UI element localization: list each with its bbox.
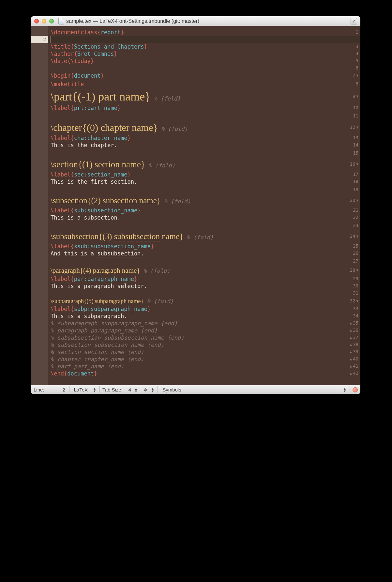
code-line[interactable]: % paragraph paragraph_name (end) (51, 327, 358, 334)
code-line[interactable]: And this is a subsubsection. (51, 250, 358, 257)
brace: } (153, 122, 158, 133)
record-macro-button[interactable] (353, 387, 358, 392)
gear-stepper[interactable]: ▴▾ (150, 387, 155, 392)
symbols-stepper[interactable]: ▴▾ (342, 387, 347, 392)
fold-comment: % (fold) (140, 268, 170, 274)
code-line[interactable]: \subsection{(2) subsection name} % (fold… (51, 194, 358, 207)
code-line[interactable]: \chapter{(0) chapter name} % (fold) (51, 121, 358, 134)
code-line[interactable]: \title{Sections and Chapters} (51, 43, 358, 50)
code-line[interactable]: \part{(-1) part name} % (fold) (51, 89, 358, 104)
code-line[interactable]: \label{par:paragraph_name} (51, 275, 358, 283)
code-line[interactable]: \label{ssub:subsubsection_name} (51, 243, 358, 250)
section-name: (-1) part name (78, 90, 145, 103)
fullscreen-button[interactable]: ⤢ (351, 18, 357, 24)
code-line[interactable]: \label{sec:section_name} (51, 171, 358, 178)
gear-icon[interactable]: ✲ (144, 387, 148, 392)
comment: % subsubsection subsubsection_name (end) (51, 334, 184, 341)
comment: % paragraph paragraph_name (end) (51, 327, 158, 334)
brace: } (141, 298, 144, 304)
plain-text: . (141, 250, 144, 257)
latex-argument: sec:section_name (74, 171, 128, 178)
divider (141, 386, 141, 393)
latex-section-command: \section (51, 160, 78, 169)
code-line[interactable]: This is the first section. (51, 178, 358, 185)
line-number-field[interactable]: 2 (47, 387, 67, 392)
code-line[interactable]: \author{Bret Comnes} (51, 50, 358, 57)
code-line[interactable]: % subsubsection subsubsection_name (end) (51, 334, 358, 341)
code-line[interactable] (51, 290, 358, 297)
code-line[interactable]: \subsubsection{(3) subsubsection name} %… (51, 230, 358, 243)
latex-argument: subp:subparagraph_name (74, 306, 147, 312)
brace: { (67, 58, 70, 64)
fold-comment: % (fold) (158, 126, 188, 132)
plain-text: This is a subparagraph. (51, 313, 127, 319)
brace: { (84, 298, 87, 304)
code-line[interactable]: This is a paragraph selector. (51, 283, 358, 290)
brace: } (151, 243, 154, 250)
section-name: (3) (102, 232, 114, 241)
tab-size-value[interactable]: 4 (125, 387, 131, 392)
brace: } (91, 58, 94, 64)
code-line[interactable] (51, 36, 358, 43)
language-selector[interactable]: LaTeX (72, 387, 90, 392)
latex-argument: Sections and Chapters (74, 43, 144, 50)
brace: } (117, 105, 121, 111)
close-icon[interactable] (34, 19, 39, 23)
latex-command: \label (51, 135, 70, 141)
code-line[interactable]: \end{document} (51, 370, 358, 377)
code-editor[interactable]: 1234567▼89▼101112▼13141516▼17181920▼2122… (31, 26, 360, 385)
brace: } (101, 72, 104, 79)
code-line[interactable] (51, 149, 358, 158)
code-line[interactable]: \date{\today} (51, 57, 358, 65)
code-line[interactable]: % subsection subsection_name (end) (51, 341, 358, 348)
code-line[interactable]: \subparagraph{(5) subparagraph name} % (… (51, 297, 358, 305)
titlebar[interactable]: sample.tex — LaTeX-Font-Settings.tmbundl… (31, 16, 360, 26)
code-line[interactable] (51, 221, 358, 230)
code-line[interactable]: \paragraph{(4) paragraph name} % (fold) (51, 266, 358, 275)
code-line[interactable]: % part part_name (end) (51, 363, 358, 370)
tab-size-stepper[interactable]: ▴▾ (134, 387, 138, 392)
divider (99, 386, 100, 393)
brace: { (74, 51, 77, 57)
latex-argument: document (74, 72, 101, 79)
code-line[interactable]: This is a subparagraph. (51, 313, 358, 320)
symbols-selector[interactable]: Symbols (160, 387, 340, 392)
code-line[interactable]: \maketitle (51, 80, 358, 89)
section-name: (2) subsection name (91, 196, 157, 205)
brace: } (137, 207, 141, 214)
comment: % subsection subsection_name (end) (51, 342, 164, 348)
latex-command: \today (70, 58, 90, 64)
brace: } (157, 196, 161, 205)
line-gutter[interactable]: 1234567▼89▼101112▼13141516▼17181920▼2122… (31, 26, 48, 385)
brace: { (87, 196, 91, 205)
app-window: sample.tex — LaTeX-Font-Settings.tmbundl… (31, 16, 360, 394)
window-controls (34, 19, 54, 23)
section-name: (5) subparagraph name (87, 298, 141, 304)
code-line[interactable] (51, 185, 358, 194)
language-stepper[interactable]: ▴▾ (92, 387, 97, 392)
code-line[interactable]: \label{subp:subparagraph_name} (51, 305, 358, 313)
code-line[interactable]: % chapter chapter_name (end) (51, 356, 358, 363)
brace: } (127, 135, 130, 141)
brace: { (70, 207, 74, 214)
code-line[interactable] (51, 112, 358, 121)
latex-argument: report (101, 29, 121, 36)
zoom-icon[interactable] (49, 19, 54, 23)
latex-argument: document (67, 370, 94, 377)
code-line[interactable]: % section section_name (end) (51, 348, 358, 356)
code-line[interactable]: This is a subsection. (51, 214, 358, 221)
code-line[interactable] (51, 65, 358, 72)
minimize-icon[interactable] (42, 19, 46, 23)
code-line[interactable] (51, 257, 358, 266)
code-line[interactable]: \section{(1) section name} % (fold) (51, 158, 358, 171)
code-line[interactable]: \label{cha:chapter_name} (51, 134, 358, 142)
code-line[interactable]: \documentclass{report} (51, 29, 358, 36)
code-line[interactable]: \label{sub:subsection_name} (51, 207, 358, 214)
code-line[interactable]: \begin{document} (51, 72, 358, 80)
brace: { (82, 122, 87, 133)
fold-comment: % (fold) (143, 298, 173, 304)
latex-command: \documentclass (51, 29, 97, 36)
code-line[interactable]: \label{prt:part_name} (51, 104, 358, 112)
code-line[interactable]: This is the chapter. (51, 142, 358, 149)
code-line[interactable]: % subparagraph subparagraph_name (end) (51, 320, 358, 327)
